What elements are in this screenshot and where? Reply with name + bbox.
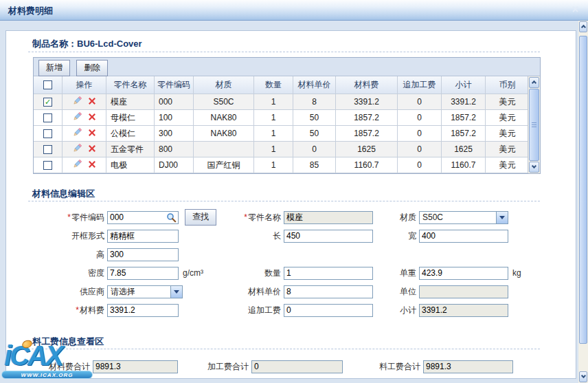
supplier-select[interactable]: 请选择: [107, 285, 183, 298]
unit-weight-input[interactable]: [419, 267, 508, 280]
col-header-quantity: 数量: [254, 76, 293, 94]
table-scrollbar-thumb[interactable]: [529, 89, 539, 161]
material-total-input[interactable]: [93, 360, 178, 373]
field-process-total: 加工费合计: [182, 360, 343, 373]
product-title: 制品名称：BU6-Lcd-Cover: [32, 38, 142, 50]
field-unit-weight: 单重 kg: [350, 266, 521, 280]
table-scrollbar[interactable]: [528, 76, 540, 173]
col-header-material-cost: 材料费: [336, 76, 398, 94]
supplier-value: 请选择: [108, 286, 170, 298]
part-name-label: 零件名称: [248, 212, 281, 222]
unit-input[interactable]: [419, 285, 508, 298]
cell-material-cost: 1625: [336, 142, 398, 157]
grid-toolbar: 新增 删除: [34, 58, 540, 76]
icax-logo: iCAX WWW.ICAX.ORG: [1, 340, 96, 382]
cell-part-code: 100: [155, 110, 194, 126]
window-title: 材料费明细: [8, 5, 53, 17]
cell-quantity: 1: [254, 142, 293, 157]
row-checkbox[interactable]: [43, 129, 52, 138]
density-input[interactable]: [107, 267, 179, 280]
col-header-operation: 操作: [63, 76, 106, 94]
unit-price-label: 材料单价: [212, 286, 284, 298]
table-header-row: 操作 零件名称 零件编码 材质 数量 材料单价 材料费 追加工费 小计 币别: [34, 76, 529, 94]
cell-quantity: 1: [254, 126, 293, 142]
header-checkbox[interactable]: [43, 80, 52, 89]
unit-label: 单位: [350, 286, 419, 298]
scroll-down-icon[interactable]: [529, 162, 539, 173]
edit-pencil-icon[interactable]: [72, 159, 82, 171]
height-input[interactable]: [107, 248, 179, 261]
material-cost-label: 材料费: [80, 305, 104, 315]
cell-unit-price: 50: [293, 110, 336, 126]
add-button[interactable]: 新增: [38, 60, 70, 76]
row-checkbox[interactable]: [43, 145, 52, 154]
subtotal-label: 小计: [350, 305, 419, 316]
page-scrollbar[interactable]: [578, 21, 588, 383]
required-mark: *: [67, 212, 71, 222]
delete-button[interactable]: 删除: [76, 60, 108, 76]
delete-x-icon[interactable]: [88, 144, 96, 155]
grand-total-input[interactable]: [423, 360, 513, 373]
edit-pencil-icon[interactable]: [72, 143, 82, 155]
main-panel: 制品名称：BU6-Lcd-Cover 新增 删除 操作 零件名称 零件编码 材质…: [5, 30, 576, 379]
table-row: 五金零件 800 1 0 1625 0 1625 美元: [34, 142, 529, 157]
required-mark: *: [244, 212, 247, 222]
cell-part-name: 五金零件: [106, 142, 155, 157]
row-checkbox[interactable]: [43, 113, 52, 122]
cell-subtotal: 1857.2: [442, 110, 486, 126]
field-grand-total: 料工费合计: [354, 360, 513, 373]
col-header-extra-fee: 追加工费: [398, 76, 442, 94]
cell-part-code: 300: [155, 126, 194, 142]
width-label: 宽: [350, 230, 419, 242]
edit-pencil-icon[interactable]: [72, 111, 82, 124]
cell-material: NAK80: [194, 110, 254, 126]
edit-pencil-icon[interactable]: [72, 127, 82, 140]
cell-quantity: 1: [254, 157, 293, 173]
field-height: 高: [27, 248, 179, 261]
row-checkbox[interactable]: ✓: [43, 98, 52, 107]
edit-pencil-icon[interactable]: [72, 96, 82, 108]
material-select[interactable]: S50C: [419, 211, 508, 224]
delete-x-icon[interactable]: [88, 113, 96, 123]
cell-material: [194, 142, 254, 157]
parts-table-body: ✓ 模座 000 S50C 1 8 3391.2 0 3391.2 美元 母模仁…: [34, 94, 529, 173]
field-length: 长: [212, 229, 373, 243]
col-header-subtotal: 小计: [442, 76, 486, 94]
length-label: 长: [212, 230, 284, 242]
delete-x-icon[interactable]: [88, 97, 96, 107]
field-unit: 单位: [350, 285, 508, 298]
cell-part-code: 000: [155, 94, 194, 110]
delete-x-icon[interactable]: [88, 160, 96, 171]
col-header-unit-price: 材料单价: [293, 76, 336, 94]
field-unit-price: 材料单价: [212, 285, 373, 298]
cell-currency: 美元: [486, 126, 529, 142]
col-header-part-name: 零件名称: [106, 76, 155, 94]
page-scrollbar-thumb[interactable]: [579, 36, 587, 344]
close-icon[interactable]: ×: [572, 3, 578, 17]
material-label: 材质: [350, 212, 419, 223]
scroll-up-icon[interactable]: [529, 77, 539, 88]
parts-grid: 新增 删除 操作 零件名称 零件编码 材质 数量 材料单价 材料费 追加工费 小…: [33, 57, 541, 174]
cell-extra-fee: 0: [398, 157, 442, 173]
page-scroll-down-icon[interactable]: [579, 371, 587, 382]
unit-weight-unit: kg: [512, 268, 521, 278]
frame-type-input[interactable]: [107, 230, 179, 243]
width-input[interactable]: [419, 230, 508, 243]
material-cost-input[interactable]: [107, 304, 179, 317]
page-scroll-up-icon[interactable]: [579, 21, 587, 32]
cell-part-code: DJ00: [155, 157, 194, 173]
field-density: 密度 g/cm³: [27, 266, 203, 280]
cell-unit-price: 85: [293, 157, 336, 173]
field-part-code: *零件编码 查找: [27, 210, 220, 224]
magnifier-icon[interactable]: [166, 212, 177, 225]
subtotal-input[interactable]: [419, 304, 508, 317]
chevron-down-icon: [170, 286, 182, 298]
cell-material-cost: 1160.7: [336, 157, 398, 173]
process-total-input[interactable]: [251, 360, 343, 373]
table-row: 电极 DJ00 国产红铜 1 85 1160.7 0 1160.7 美元: [34, 157, 529, 173]
cell-quantity: 1: [254, 110, 293, 126]
delete-x-icon[interactable]: [88, 129, 96, 139]
row-checkbox[interactable]: [43, 161, 52, 170]
window-titlebar: 材料费明细 ×: [0, 0, 588, 21]
part-code-label: 零件编码: [71, 212, 104, 222]
